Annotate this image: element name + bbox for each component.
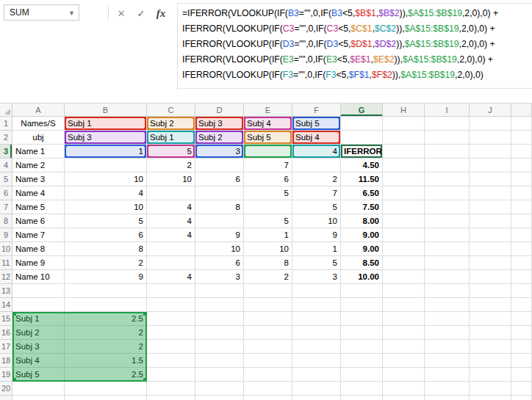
ref-range-handle[interactable] bbox=[290, 117, 292, 119]
cell-I-8[interactable] bbox=[425, 214, 470, 228]
cell-J-5[interactable] bbox=[470, 172, 511, 186]
ref-range-handle[interactable] bbox=[241, 142, 243, 144]
cell-H-12[interactable] bbox=[383, 270, 425, 284]
cell-H-16[interactable] bbox=[383, 326, 425, 340]
cell-B-2[interactable]: Subj 3 bbox=[65, 131, 147, 145]
cell-A-16[interactable]: Subj 2 bbox=[12, 326, 65, 340]
ref-range-handle[interactable] bbox=[195, 131, 198, 133]
cell-B-1[interactable]: Subj 1 bbox=[65, 117, 147, 131]
cell-partial-6[interactable] bbox=[511, 186, 532, 200]
cell-E-6[interactable]: 5 bbox=[244, 186, 292, 200]
cell-G-16[interactable] bbox=[341, 326, 383, 340]
cell-H-17[interactable] bbox=[383, 340, 425, 354]
ref-range-handle[interactable] bbox=[338, 128, 340, 130]
cell-D-14[interactable] bbox=[195, 298, 244, 312]
cell-G-13[interactable] bbox=[341, 284, 383, 298]
cell-J-19[interactable] bbox=[470, 368, 511, 382]
cell-F-4[interactable] bbox=[292, 159, 341, 172]
col-header-H[interactable]: H bbox=[383, 103, 425, 117]
ref-range-handle[interactable] bbox=[65, 128, 67, 130]
ref-range-handle[interactable] bbox=[147, 117, 149, 119]
cell-partial-20[interactable] bbox=[511, 382, 532, 396]
cell-C-6[interactable] bbox=[147, 186, 195, 200]
cell-J-11[interactable] bbox=[470, 256, 511, 270]
cell-E-21[interactable] bbox=[244, 396, 292, 400]
cell-G-4[interactable]: 4.50 bbox=[341, 159, 383, 172]
cell-A-7[interactable]: Name 5 bbox=[12, 200, 65, 214]
ref-range-handle[interactable] bbox=[193, 156, 195, 158]
cell-H-10[interactable] bbox=[383, 242, 425, 256]
ref-range-handle[interactable] bbox=[292, 156, 295, 158]
cell-E-13[interactable] bbox=[244, 284, 292, 298]
cell-A-18[interactable]: Subj 4 bbox=[12, 354, 65, 368]
ref-range-handle[interactable] bbox=[65, 142, 67, 144]
cell-C-21[interactable] bbox=[147, 396, 195, 400]
cell-D-1[interactable]: Subj 3 bbox=[195, 117, 244, 131]
ref-range-handle[interactable] bbox=[147, 145, 149, 147]
cell-D-12[interactable]: 3 bbox=[195, 270, 244, 284]
row-header-9[interactable]: 9 bbox=[0, 228, 12, 242]
cell-D-3[interactable]: 3 bbox=[195, 145, 244, 159]
ref-range-handle[interactable] bbox=[292, 131, 295, 133]
cell-A-4[interactable]: Name 2 bbox=[12, 159, 65, 172]
col-header-G[interactable]: G bbox=[341, 103, 383, 117]
row-header-20[interactable]: 20 bbox=[0, 382, 12, 396]
cell-partial-14[interactable] bbox=[511, 298, 532, 312]
col-header-A[interactable]: A bbox=[12, 103, 65, 117]
row-header-21[interactable] bbox=[0, 396, 12, 400]
ref-range-handle[interactable] bbox=[292, 128, 295, 130]
cell-B-10[interactable]: 8 bbox=[65, 242, 147, 256]
cell-D-13[interactable] bbox=[195, 284, 244, 298]
cell-E-3[interactable] bbox=[244, 145, 292, 159]
cell-partial-18[interactable] bbox=[511, 354, 532, 368]
ref-range-handle[interactable] bbox=[290, 145, 292, 147]
ref-range-handle[interactable] bbox=[244, 145, 246, 147]
cell-H-20[interactable] bbox=[383, 382, 425, 396]
cell-C-15[interactable] bbox=[147, 312, 195, 326]
cell-C-7[interactable]: 4 bbox=[147, 200, 195, 214]
ref-range-handle[interactable] bbox=[290, 142, 292, 144]
cell-J-4[interactable] bbox=[470, 159, 511, 172]
cell-I-15[interactable] bbox=[425, 312, 470, 326]
cell-B-21[interactable] bbox=[65, 396, 147, 400]
cell-partial-19[interactable] bbox=[511, 368, 532, 382]
cell-I-4[interactable] bbox=[425, 159, 470, 172]
row-header-4[interactable]: 4 bbox=[0, 159, 12, 172]
row-header-17[interactable]: 17 bbox=[0, 340, 12, 354]
cell-F-7[interactable]: 5 bbox=[292, 200, 341, 214]
cell-G-1[interactable] bbox=[341, 117, 383, 131]
cell-D-17[interactable] bbox=[195, 340, 244, 354]
cell-partial-11[interactable] bbox=[511, 256, 532, 270]
cell-H-2[interactable] bbox=[383, 131, 425, 145]
cell-G-6[interactable]: 6.50 bbox=[341, 186, 383, 200]
col-header-J[interactable]: J bbox=[470, 103, 511, 117]
cell-F-6[interactable]: 7 bbox=[292, 186, 341, 200]
cell-G-12[interactable]: 10.00 bbox=[341, 270, 383, 284]
cell-F-21[interactable] bbox=[292, 396, 341, 400]
ref-range-handle[interactable] bbox=[193, 117, 195, 119]
cell-B-19[interactable]: 2.5 bbox=[65, 368, 147, 382]
cell-C-9[interactable]: 4 bbox=[147, 228, 195, 242]
cell-B-7[interactable]: 10 bbox=[65, 200, 147, 214]
cancel-icon[interactable]: ✕ bbox=[113, 5, 129, 21]
cell-E-16[interactable] bbox=[244, 326, 292, 340]
ref-range-handle[interactable] bbox=[147, 156, 149, 158]
row-header-6[interactable]: 6 bbox=[0, 186, 12, 200]
ref-range-handle[interactable] bbox=[338, 117, 340, 119]
ref-range-handle[interactable] bbox=[290, 156, 292, 158]
cell-F-11[interactable]: 5 bbox=[292, 256, 341, 270]
cell-A-3[interactable]: Name 1 bbox=[12, 145, 65, 159]
cell-C-1[interactable]: Subj 2 bbox=[147, 117, 195, 131]
cell-I-6[interactable] bbox=[425, 186, 470, 200]
cell-partial-5[interactable] bbox=[511, 172, 532, 186]
cell-F-2[interactable]: Subj 4 bbox=[292, 131, 341, 145]
cell-J-16[interactable] bbox=[470, 326, 511, 340]
ref-range-handle[interactable] bbox=[65, 145, 67, 147]
cell-D-9[interactable]: 9 bbox=[195, 228, 244, 242]
cell-D-11[interactable]: 6 bbox=[195, 256, 244, 270]
cell-G-18[interactable] bbox=[341, 354, 383, 368]
ref-range-handle[interactable] bbox=[144, 156, 146, 158]
cell-I-9[interactable] bbox=[425, 228, 470, 242]
cell-B-5[interactable]: 10 bbox=[65, 172, 147, 186]
cell-D-16[interactable] bbox=[195, 326, 244, 340]
